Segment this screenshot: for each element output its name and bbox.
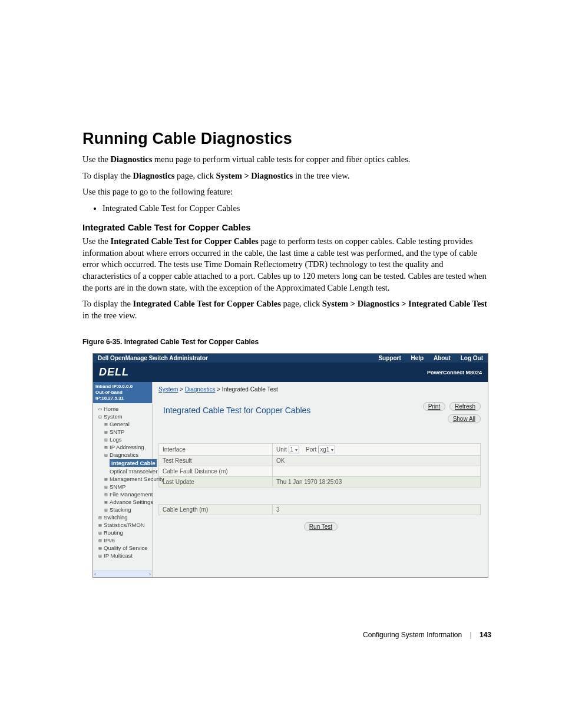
- tree-label: IP Multicast: [104, 552, 133, 559]
- tree-integrated-cable[interactable]: Integrated Cable: [95, 459, 151, 467]
- refresh-button[interactable]: Refresh: [449, 402, 481, 411]
- label-test-result: Test Result: [159, 456, 273, 466]
- tree-system[interactable]: ⊟System: [95, 413, 151, 420]
- screenshot-body: Inband IP:0.0.0.0 Out-of-band IP:10.27.5…: [93, 382, 488, 577]
- crumb-diagnostics[interactable]: Diagnostics: [185, 386, 216, 393]
- collapse-icon: ⊟: [98, 414, 103, 420]
- bold-text: Diagnostics: [133, 171, 175, 180]
- unit-label: Unit: [276, 446, 287, 453]
- tree-home[interactable]: ▭Home: [95, 405, 151, 413]
- tree-routing[interactable]: ⊞Routing: [95, 529, 151, 536]
- tree-label: Quality of Service: [104, 545, 147, 551]
- tree-ip-addressing[interactable]: ⊞IP Addressing: [95, 443, 151, 451]
- scroll-left-icon[interactable]: ‹: [94, 571, 96, 577]
- panel-header: Integrated Cable Test for Copper Cables …: [158, 402, 481, 423]
- tree-advance-settings[interactable]: ⊞Advance Settings: [95, 498, 151, 506]
- tree-switching[interactable]: ⊞Switching: [95, 513, 151, 521]
- menu-path: System > Diagnostics: [216, 171, 293, 180]
- tree-label: Management Security: [110, 476, 164, 482]
- tree-file-management[interactable]: ⊞File Management: [95, 490, 151, 498]
- value-test-result: OK: [273, 456, 481, 466]
- unit-select[interactable]: 1 ▾: [289, 446, 299, 453]
- model-label: PowerConnect M8024: [427, 370, 482, 375]
- tree-label: IPv6: [104, 537, 115, 543]
- horizontal-scrollbar[interactable]: ‹ ›: [93, 571, 152, 577]
- tree-label: SNTP: [110, 429, 124, 435]
- expand-icon: ⊞: [104, 444, 108, 450]
- figure-caption: Figure 6-35. Integrated Cable Test for C…: [82, 338, 491, 346]
- label-interface: Interface: [159, 444, 273, 456]
- expand-icon: ⊞: [104, 476, 108, 482]
- nav-tree: ▭Home ⊟System ⊞General ⊞SNTP ⊞Logs ⊞IP A…: [93, 403, 152, 577]
- tree-label: Diagnostics: [110, 452, 138, 458]
- tree-label: Home: [104, 406, 118, 412]
- print-button[interactable]: Print: [423, 402, 446, 411]
- expand-icon: ⊞: [98, 515, 103, 521]
- expand-icon: ⊞: [104, 429, 108, 435]
- table-row-last-update: Last Update Thu 1 Jan 1970 18:25:03: [159, 477, 481, 487]
- support-link[interactable]: Support: [378, 355, 401, 361]
- crumb-system[interactable]: System: [158, 386, 178, 393]
- text: page, click: [281, 299, 322, 308]
- chevron-down-icon: ▾: [331, 447, 333, 453]
- tree-diagnostics[interactable]: ⊟Diagnostics: [95, 451, 151, 459]
- tree-label: Optical Transceiver: [110, 468, 157, 475]
- tree-snmp[interactable]: ⊞SNMP: [95, 483, 151, 490]
- text: To display the: [82, 171, 133, 180]
- tree-ipv6[interactable]: ⊞IPv6: [95, 536, 151, 544]
- expand-icon: ⊞: [98, 538, 103, 543]
- folder-icon: ▭: [98, 406, 103, 412]
- paragraph: Use this page to go to the following fea…: [82, 186, 491, 198]
- text: To display the: [82, 299, 133, 308]
- text: menu page to perform virtual cable tests…: [152, 154, 410, 164]
- bold-text: Integrated Cable Test for Copper Cables: [133, 299, 281, 308]
- bold-text: Diagnostics: [111, 154, 153, 164]
- tree-label: Routing: [104, 529, 123, 536]
- tree-label: System: [104, 413, 123, 420]
- tree-sntp[interactable]: ⊞SNTP: [95, 428, 151, 436]
- expand-icon: ⊞: [104, 484, 108, 490]
- window-titlebar: Dell OpenManage Switch Administrator Sup…: [93, 354, 488, 363]
- expand-icon: ⊞: [104, 421, 108, 427]
- bullet-list: Integrated Cable Test for Copper Cables: [103, 203, 491, 215]
- show-all-button[interactable]: Show All: [448, 414, 481, 423]
- collapse-icon: ⊟: [104, 452, 108, 458]
- list-item: Integrated Cable Test for Copper Cables: [103, 203, 491, 215]
- tree-management-security[interactable]: ⊞Management Security: [95, 475, 151, 483]
- logout-link[interactable]: Log Out: [461, 355, 483, 361]
- scroll-right-icon[interactable]: ›: [149, 571, 151, 577]
- tree-optical-transceiver[interactable]: Optical Transceiver: [95, 467, 151, 475]
- tree-label: SNMP: [110, 483, 125, 490]
- run-test-button[interactable]: Run Test: [304, 522, 338, 531]
- tree-label: Advance Settings: [110, 499, 153, 505]
- tree-qos[interactable]: ⊞Quality of Service: [95, 544, 151, 552]
- spacer-row: [159, 487, 481, 505]
- port-select[interactable]: xg1 ▾: [318, 446, 335, 453]
- expand-icon: ⊞: [104, 499, 108, 505]
- expand-icon: ⊞: [104, 492, 108, 498]
- breadcrumb: System > Diagnostics > Integrated Cable …: [158, 384, 481, 402]
- about-link[interactable]: About: [434, 355, 451, 361]
- data-table-block: Interface Unit 1 ▾ Port xg1 ▾ Test Resul…: [158, 443, 481, 531]
- tree-stacking[interactable]: ⊞Stacking: [95, 506, 151, 513]
- tree-label: Statistics/RMON: [104, 522, 145, 528]
- text: in the tree view.: [293, 171, 349, 180]
- tree-ip-multicast[interactable]: ⊞IP Multicast: [95, 552, 151, 559]
- text: Use the: [82, 154, 111, 164]
- ip-info: Inband IP:0.0.0.0 Out-of-band IP:10.27.5…: [93, 382, 152, 403]
- page-footer: Configuring System Information | 143: [82, 631, 491, 639]
- brand-bar: DELL PowerConnect M8024: [93, 363, 488, 382]
- help-link[interactable]: Help: [411, 355, 424, 361]
- bold-text: Integrated Cable Test for Copper Cables: [111, 236, 259, 246]
- sub-heading: Integrated Cable Test for Copper Cables: [82, 222, 491, 232]
- tree-general[interactable]: ⊞General: [95, 420, 151, 428]
- run-test-wrap: Run Test: [158, 522, 481, 531]
- menu-path: System > Diagnostics > Integrated Cable …: [322, 299, 487, 308]
- expand-icon: ⊞: [98, 530, 103, 536]
- value-interface: Unit 1 ▾ Port xg1 ▾: [273, 444, 481, 456]
- value-cable-length: 3: [273, 505, 481, 515]
- label-cable-length: Cable Length (m): [159, 505, 273, 515]
- tree-statistics[interactable]: ⊞Statistics/RMON: [95, 521, 151, 529]
- tree-logs[interactable]: ⊞Logs: [95, 436, 151, 443]
- results-table: Interface Unit 1 ▾ Port xg1 ▾ Test Resul…: [158, 443, 481, 515]
